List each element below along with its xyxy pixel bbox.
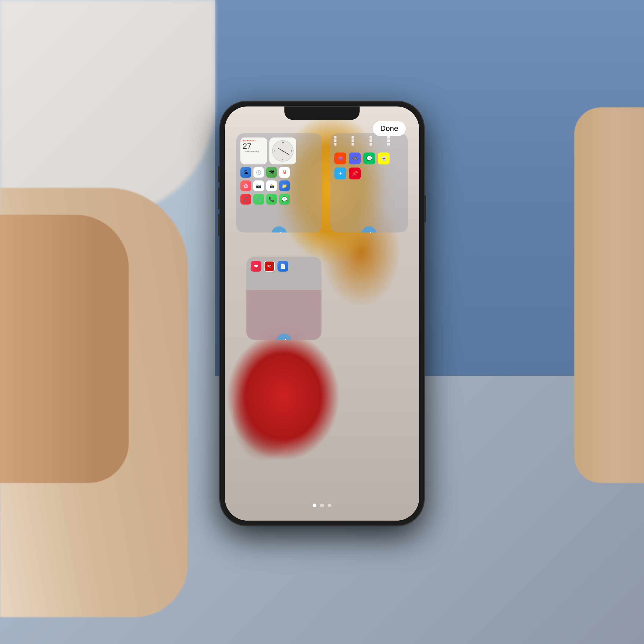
dot-10 [352,143,354,145]
calendar-widget[interactable]: WEDNESDAY 27 27 more events today [240,137,267,164]
dot-7 [369,139,372,142]
app-row-2: 🌸 📷 📸 📁 [240,180,318,191]
dot-3 [369,136,372,138]
calendar-day-number: 27 [243,142,265,150]
dot-9 [334,143,336,145]
app-maps[interactable]: 🗺 [266,167,277,178]
social-row-1: 👾 🎮 💬 👻 [334,152,404,164]
app-photos[interactable]: 🌸 [240,180,251,191]
silent-switch [218,166,220,182]
app-row-3: 🎵 🔧 📞 💬 [240,194,318,204]
clock-minute-hand [283,151,290,155]
app-pinterest[interactable]: 📌 [349,167,361,179]
app-weather[interactable]: 🌤 [240,167,251,178]
app-appstore[interactable]: 🔧 [253,194,264,204]
app-snapchat[interactable]: 👻 [378,152,390,164]
page-indicators [225,503,419,507]
pages-container: WEDNESDAY 27 27 more events today 12 [225,106,419,521]
app-google-photos[interactable]: 📷 [253,180,264,191]
background-seat [0,0,215,215]
page2-apps: 👾 🎮 💬 👻 [330,147,408,185]
scene: Done WEDNESDAY [0,0,644,644]
page-3-card[interactable]: ❤ RD 📄 [246,257,321,340]
app-files-blue[interactable]: 📄 [277,261,288,272]
volume-up-button[interactable] [218,187,220,209]
widget-row: WEDNESDAY 27 27 more events today 12 [240,137,318,164]
notch [284,106,360,120]
app-wechat[interactable]: 💬 [363,152,375,164]
page1-content: WEDNESDAY 27 27 more events today 12 [236,133,322,209]
social-row-2: ✈ 📌 [334,167,404,179]
done-button[interactable]: Done [373,121,406,136]
dot-1 [334,136,336,138]
app-readers-digest[interactable]: RD [264,261,275,272]
pages-row-bottom: ❤ RD 📄 [236,257,408,340]
iphone: Done WEDNESDAY [220,101,424,525]
clock-face: 12 3 6 9 [272,140,294,162]
calendar-events-text: 27 more events today [243,151,265,153]
app-clock[interactable]: 🕑 [253,167,264,178]
phone-body: Done WEDNESDAY [220,101,424,525]
page1-check[interactable]: ✓ [271,226,287,232]
clock-widget[interactable]: 12 3 6 9 [269,137,296,164]
app-reddit[interactable]: 👾 [334,152,346,164]
page3-overlay [246,290,321,340]
app-messages[interactable]: 💬 [279,194,290,204]
page-dot-3[interactable] [328,503,331,507]
app-telegram[interactable]: ✈ [334,167,346,179]
app-row-1: 🌤 🕑 🗺 M [240,167,318,178]
page-dot-1[interactable] [313,503,316,507]
calendar-day-name: WEDNESDAY [243,140,265,141]
dot-6 [352,139,354,142]
volume-down-button[interactable] [218,214,220,236]
dot-4 [387,136,390,138]
hand-fingers-right [574,107,644,483]
hand-palm-left [0,215,129,483]
dot-8 [387,139,390,142]
app-music[interactable]: 🎵 [240,194,251,204]
app-health[interactable]: ❤ [251,261,261,272]
dot-11 [369,143,372,145]
dot-5 [334,139,336,142]
phone-screen: Done WEDNESDAY [225,106,419,521]
app-files[interactable]: 📁 [279,180,290,191]
power-button[interactable] [424,195,426,222]
page3-content: ❤ RD 📄 [246,257,321,276]
page-1-card[interactable]: WEDNESDAY 27 27 more events today 12 [236,133,322,232]
page2-check[interactable]: ✓ [361,226,377,232]
page-2-card[interactable]: 👾 🎮 💬 👻 [330,133,408,232]
clock-center-dot [282,150,283,151]
page3-app-row: ❤ RD 📄 [251,261,317,272]
app-phone[interactable]: 📞 [266,194,277,204]
pages-row-top: WEDNESDAY 27 27 more events today 12 [236,133,408,232]
dot-12 [387,143,390,145]
app-gmail[interactable]: M [279,167,290,178]
page-dot-2[interactable] [320,503,324,507]
app-photos2[interactable]: 📸 [266,180,277,191]
app-discord[interactable]: 🎮 [349,152,361,164]
dot-2 [352,136,354,138]
